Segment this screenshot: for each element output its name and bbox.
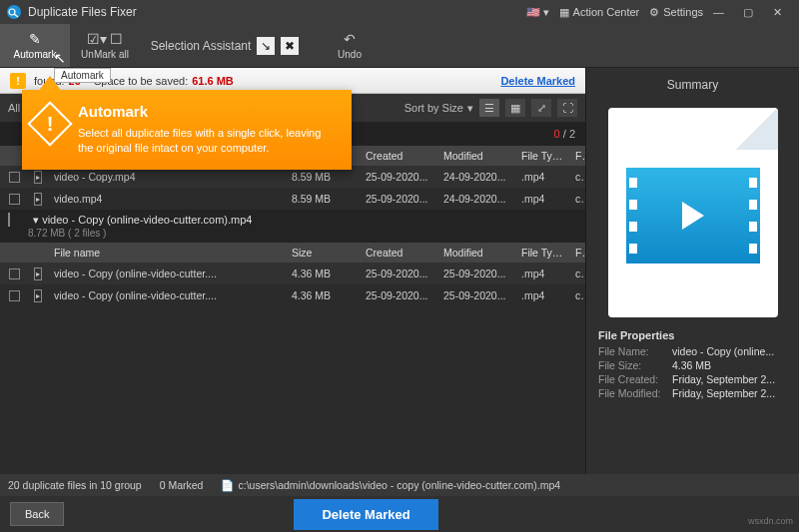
space-value: 61.6 MB <box>192 75 234 87</box>
undo-icon: ↶ <box>344 31 356 47</box>
status-bar: 20 duplicate files in 10 group 0 Marked … <box>0 474 799 496</box>
row-checkbox[interactable] <box>9 194 20 205</box>
row-checkbox[interactable] <box>9 172 20 183</box>
app-title: Duplicate Files Fixer <box>28 5 137 19</box>
minimize-button[interactable]: — <box>713 6 733 18</box>
settings-button[interactable]: ⚙ Settings <box>649 6 703 19</box>
prop-file-created: Friday, September 2... <box>672 373 787 385</box>
locale-flag-icon[interactable]: 🇺🇸 ▾ <box>526 6 549 19</box>
delete-marked-link[interactable]: Delete Marked <box>500 75 575 87</box>
automark-button[interactable]: ✎ Automark <box>0 24 70 67</box>
popup-body: Select all duplicate files with a single… <box>78 126 338 156</box>
status-path: 📄 c:\users\admin\downloads\video - copy … <box>221 479 560 492</box>
undo-button[interactable]: ↶ Undo <box>310 24 390 67</box>
automark-popup: Automark Select all duplicate files with… <box>22 90 352 170</box>
action-center-button[interactable]: ▦ Action Center <box>559 6 640 19</box>
file-properties-title: File Properties <box>598 329 787 341</box>
expand-view-button[interactable]: ⤢ <box>531 99 551 117</box>
watermark: wsxdn.com <box>748 516 793 526</box>
fullscreen-button[interactable]: ⛶ <box>557 99 577 117</box>
unmark-all-button[interactable]: ☑▾ ☐ UnMark all <box>70 24 140 67</box>
maximize-button[interactable]: ▢ <box>743 6 763 19</box>
play-icon[interactable]: ▸ <box>34 267 42 280</box>
tools-icon: ✖ <box>281 37 299 55</box>
sort-dropdown[interactable]: Sort by Size ▾ <box>404 102 473 115</box>
main-toolbar: ✎ Automark ☑▾ ☐ UnMark all Selection Ass… <box>0 24 799 68</box>
table-row[interactable]: ▸ video - Copy (online-video-cutter.... … <box>0 263 585 284</box>
prop-file-name: video - Copy (online... <box>672 345 787 357</box>
play-icon[interactable]: ▸ <box>34 193 42 206</box>
play-icon[interactable]: ▸ <box>34 289 42 302</box>
video-play-icon <box>682 202 704 230</box>
row-checkbox[interactable] <box>9 268 20 279</box>
prop-file-size: 4.36 MB <box>672 359 787 371</box>
group-checkbox[interactable] <box>8 213 10 227</box>
summary-panel: Summary File Properties File Name:video … <box>585 68 799 474</box>
close-button[interactable]: ✕ <box>773 6 793 19</box>
play-icon[interactable]: ▸ <box>34 171 42 184</box>
unmark-icon: ☑▾ ☐ <box>87 31 124 47</box>
summary-title: Summary <box>586 68 799 102</box>
status-count: 20 duplicate files in 10 group <box>8 479 142 491</box>
table-header: File name Size Created Modified File Typ… <box>0 243 585 263</box>
app-logo-icon <box>6 4 22 20</box>
table-row[interactable]: ▸ video - Copy (online-video-cutter.... … <box>0 284 585 306</box>
warning-icon: ! <box>10 73 26 89</box>
alert-icon <box>27 101 72 146</box>
group-header[interactable]: ▾ video - Copy (online-video-cutter.com)… <box>0 210 585 243</box>
automark-tooltip: Automark <box>54 68 111 83</box>
prop-file-modified: Friday, September 2... <box>672 387 787 399</box>
arrow-icon: ↘ <box>257 37 275 55</box>
row-checkbox[interactable] <box>9 290 20 301</box>
wand-icon: ✎ <box>29 31 41 47</box>
list-view-button[interactable]: ☰ <box>479 99 499 117</box>
title-bar: Duplicate Files Fixer 🇺🇸 ▾ ▦ Action Cent… <box>0 0 799 24</box>
status-marked: 0 Marked <box>160 479 204 491</box>
selection-assistant-button[interactable]: Selection Assistant ↘ ✖ <box>140 24 310 67</box>
popup-title: Automark <box>78 102 338 122</box>
back-button[interactable]: Back <box>10 502 64 526</box>
grid-view-button[interactable]: ▦ <box>505 99 525 117</box>
file-thumbnail <box>608 108 778 317</box>
delete-marked-button[interactable]: Delete Marked <box>294 499 437 530</box>
table-row[interactable]: ▸ video.mp4 8.59 MB 25-09-2020... 24-09-… <box>0 188 585 210</box>
footer-bar: Back Delete Marked <box>0 496 799 532</box>
